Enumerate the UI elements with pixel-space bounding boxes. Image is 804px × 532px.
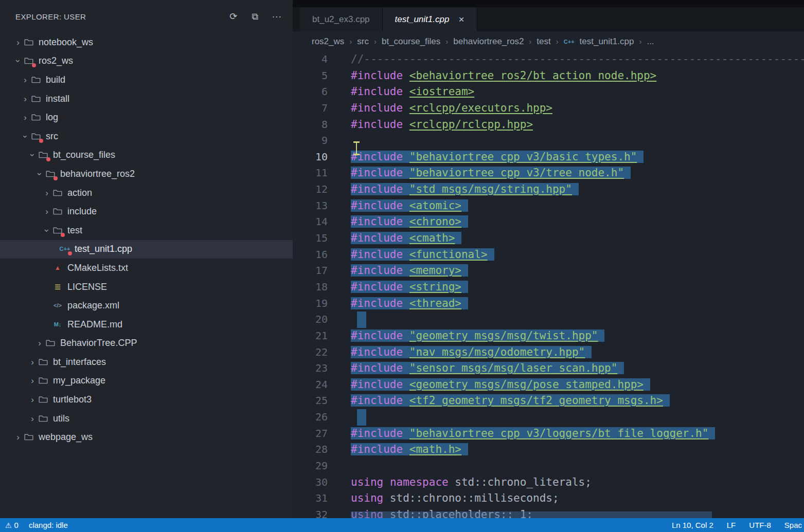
line-number[interactable]: 32 bbox=[293, 507, 328, 518]
code-line-20[interactable]: 20 bbox=[293, 311, 804, 328]
tree-item-test_unit1.cpp[interactable]: C++test_unit1.cpp bbox=[0, 240, 293, 259]
line-number[interactable]: 20 bbox=[293, 311, 328, 328]
line-number[interactable]: 27 bbox=[293, 426, 328, 442]
tree-item-include[interactable]: ›include bbox=[0, 202, 293, 221]
code-line-4[interactable]: 4//-------------------------------------… bbox=[293, 51, 804, 68]
breadcrumb-item-bt_course_files[interactable]: bt_course_files bbox=[382, 36, 440, 47]
tree-item-CMakeLists.txt[interactable]: ▲CMakeLists.txt bbox=[0, 259, 293, 278]
tree-item-install[interactable]: ›install bbox=[0, 89, 293, 108]
tree-item-README.md[interactable]: M↓README.md bbox=[0, 315, 293, 334]
code-line-22[interactable]: 22#include "nav_msgs/msg/odometry.hpp" bbox=[293, 344, 804, 361]
code-line-15[interactable]: 15#include <cmath> bbox=[293, 230, 804, 247]
code-line-26[interactable]: 26 bbox=[293, 409, 804, 426]
more-actions-icon[interactable]: ··· bbox=[269, 9, 284, 24]
breadcrumb-overflow[interactable]: ... bbox=[647, 36, 654, 47]
code-line-25[interactable]: 25#include <tf2_geometry_msgs/tf2_geomet… bbox=[293, 393, 804, 409]
line-number[interactable]: 21 bbox=[293, 328, 328, 344]
tree-item-behaviortree_ros2[interactable]: ›behaviortree_ros2 bbox=[0, 164, 293, 184]
tab-bt_u2_ex3[interactable]: bt_u2_ex3.cpp bbox=[300, 7, 383, 31]
cursor-position[interactable]: Ln 10, Col 2 bbox=[672, 521, 713, 529]
line-number[interactable]: 9 bbox=[293, 133, 328, 149]
code-line-18[interactable]: 18#include <string> bbox=[293, 279, 804, 296]
tree-item-bt_course_files[interactable]: ›bt_course_files bbox=[0, 146, 293, 165]
tree-item-bt_interfaces[interactable]: ›bt_interfaces bbox=[0, 353, 293, 372]
line-number[interactable]: 19 bbox=[293, 296, 328, 312]
code-line-19[interactable]: 19#include <thread> bbox=[293, 296, 804, 312]
line-number[interactable]: 26 bbox=[293, 409, 328, 426]
code-line-16[interactable]: 16#include <functional> bbox=[293, 247, 804, 263]
line-number[interactable]: 17 bbox=[293, 263, 328, 279]
indentation-indicator[interactable]: Spac bbox=[784, 521, 802, 529]
refresh-icon[interactable]: ⟳ bbox=[226, 9, 241, 24]
eol-indicator[interactable]: LF bbox=[727, 521, 736, 529]
code-line-21[interactable]: 21#include "geometry_msgs/msg/twist.hpp" bbox=[293, 328, 804, 344]
close-icon[interactable]: × bbox=[458, 14, 464, 24]
code-line-29[interactable]: 29 bbox=[293, 458, 804, 474]
tree-item-turtlebot3[interactable]: ›turtlebot3 bbox=[0, 390, 293, 409]
code-line-7[interactable]: 7#include <rclcpp/executors.hpp> bbox=[293, 100, 804, 117]
line-number[interactable]: 22 bbox=[293, 344, 328, 361]
line-number[interactable]: 29 bbox=[293, 458, 328, 474]
code-line-8[interactable]: 8#include <rclcpp/rclcpp.hpp> bbox=[293, 117, 804, 133]
tree-item-log[interactable]: ›log bbox=[0, 108, 293, 127]
code-line-5[interactable]: 5#include <behaviortree_ros2/bt_action_n… bbox=[293, 68, 804, 84]
problems-indicator[interactable]: ⚠ 0 bbox=[5, 521, 19, 529]
breadcrumb-item-behaviortree_ros2[interactable]: behaviortree_ros2 bbox=[453, 36, 524, 47]
code-line-30[interactable]: 30using namespace std::chrono_literals; bbox=[293, 474, 804, 491]
encoding-indicator[interactable]: UTF-8 bbox=[749, 521, 771, 529]
line-number[interactable]: 18 bbox=[293, 279, 328, 296]
tree-item-package.xml[interactable]: </>package.xml bbox=[0, 296, 293, 315]
breadcrumb-item-test[interactable]: test bbox=[537, 36, 550, 47]
line-number[interactable]: 23 bbox=[293, 360, 328, 377]
tree-item-test[interactable]: ›test bbox=[0, 221, 293, 240]
line-number[interactable]: 10 bbox=[293, 149, 328, 166]
code-line-13[interactable]: 13#include <atomic> bbox=[293, 198, 804, 214]
line-number[interactable]: 4 bbox=[293, 51, 328, 68]
tree-item-ros2_ws[interactable]: ›ros2_ws bbox=[0, 52, 293, 71]
code-line-11[interactable]: 11#include "behaviortree_cpp_v3/tree_nod… bbox=[293, 165, 804, 181]
line-number[interactable]: 14 bbox=[293, 214, 328, 230]
code-line-28[interactable]: 28#include <math.h> bbox=[293, 442, 804, 458]
code-line-27[interactable]: 27#include "behaviortree_cpp_v3/loggers/… bbox=[293, 426, 804, 442]
line-number[interactable]: 6 bbox=[293, 84, 328, 100]
code-line-17[interactable]: 17#include <memory> bbox=[293, 263, 804, 279]
line-number[interactable]: 8 bbox=[293, 117, 328, 133]
line-number[interactable]: 25 bbox=[293, 393, 328, 409]
collapse-folders-icon[interactable]: ⧉ bbox=[247, 9, 263, 24]
tree-item-notebook_ws[interactable]: ›notebook_ws bbox=[0, 33, 293, 52]
code-line-10[interactable]: 10#include "behaviortree_cpp_v3/basic_ty… bbox=[293, 149, 804, 166]
line-number[interactable]: 15 bbox=[293, 230, 328, 247]
code-line-14[interactable]: 14#include <chrono> bbox=[293, 214, 804, 230]
code-line-6[interactable]: 6#include <iostream> bbox=[293, 84, 804, 100]
line-number[interactable]: 24 bbox=[293, 377, 328, 393]
tree-item-my_package[interactable]: ›my_package bbox=[0, 372, 293, 391]
code-line-31[interactable]: 31using std::chrono::milliseconds; bbox=[293, 490, 804, 507]
tree-item-build[interactable]: ›build bbox=[0, 70, 293, 89]
tree-item-src[interactable]: ›src bbox=[0, 127, 293, 146]
tree-item-utils[interactable]: ›utils bbox=[0, 409, 293, 428]
tab-test_unit1[interactable]: test_unit1.cpp × bbox=[383, 7, 477, 31]
code-editor[interactable]: 4//-------------------------------------… bbox=[293, 51, 804, 518]
code-line-12[interactable]: 12#include "std_msgs/msg/string.hpp" bbox=[293, 181, 804, 198]
code-line-9[interactable]: 9 bbox=[293, 133, 804, 149]
line-number[interactable]: 28 bbox=[293, 442, 328, 458]
tree-item-LICENSE[interactable]: ☰LICENSE bbox=[0, 278, 293, 297]
breadcrumb-item-ros2_ws[interactable]: ros2_ws bbox=[312, 36, 344, 47]
line-number[interactable]: 12 bbox=[293, 181, 328, 198]
breadcrumb-item-src[interactable]: src bbox=[357, 36, 369, 47]
tree-item-action[interactable]: ›action bbox=[0, 184, 293, 203]
line-number[interactable]: 30 bbox=[293, 474, 328, 491]
horizontal-scrollbar[interactable] bbox=[351, 511, 712, 518]
tree-item-BehaviorTree.CPP[interactable]: ›BehaviorTree.CPP bbox=[0, 334, 293, 353]
language-server-status[interactable]: clangd: idle bbox=[29, 521, 68, 529]
line-number[interactable]: 31 bbox=[293, 490, 328, 507]
code-line-24[interactable]: 24#include <geometry_msgs/msg/pose_stamp… bbox=[293, 377, 804, 393]
code-line-23[interactable]: 23#include "sensor_msgs/msg/laser_scan.h… bbox=[293, 360, 804, 377]
tree-item-webpage_ws[interactable]: ›webpage_ws bbox=[0, 428, 293, 447]
line-number[interactable]: 7 bbox=[293, 100, 328, 117]
line-number[interactable]: 11 bbox=[293, 165, 328, 181]
line-number[interactable]: 5 bbox=[293, 68, 328, 84]
line-number[interactable]: 13 bbox=[293, 198, 328, 214]
breadcrumb-item-file[interactable]: test_unit1.cpp bbox=[580, 36, 634, 47]
line-number[interactable]: 16 bbox=[293, 247, 328, 263]
